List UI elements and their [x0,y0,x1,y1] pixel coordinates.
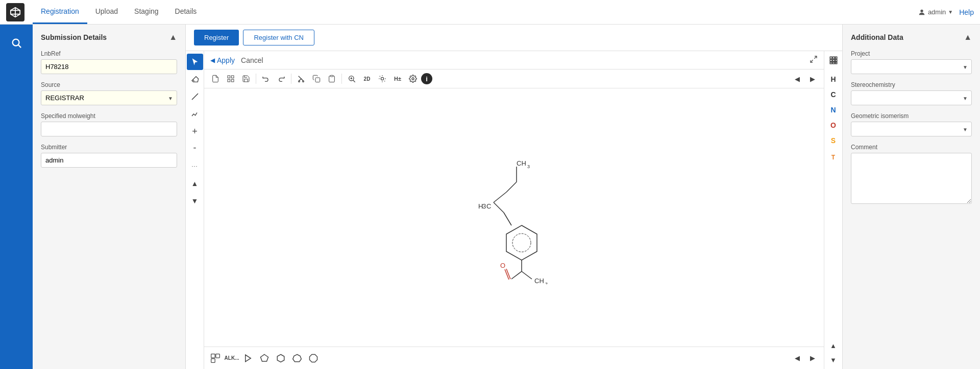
bond-tool-button[interactable] [187,88,203,105]
up-tool-button[interactable]: ▲ [187,175,203,192]
save-button[interactable] [239,72,253,86]
register-cn-button[interactable]: Register with CN [243,30,314,45]
fragment-select-button[interactable] [208,351,223,365]
top-nav: Registration Upload Staging Details admi… [0,0,980,25]
bottom-prev-button[interactable]: ◀ [790,351,804,365]
bottom-nav-arrows: ◀ ▶ [790,351,820,365]
2d-cleanup-button[interactable]: 2D [360,72,374,86]
cancel-button[interactable]: Cancel [241,56,263,64]
atom-charge-button[interactable]: H± [390,72,405,86]
source-select[interactable]: REGISTRAR [41,90,177,105]
subtract-tool-button[interactable]: - [187,141,203,157]
atom-grid-button[interactable] [826,53,841,67]
svg-rect-71 [835,62,837,64]
octagon-button[interactable] [306,351,321,365]
toolbar-prev-button[interactable]: ◀ [790,72,804,86]
molweight-group: Specified molweight [41,112,177,136]
lnb-ref-label: LnbRef [41,50,177,57]
svg-marker-43 [506,225,537,260]
atom-H-button[interactable]: H [825,72,842,86]
right-prev-button[interactable]: ▲ [826,338,841,353]
heptagon-button[interactable] [290,351,304,365]
toolbar-row: 2D H± i ◀ ▶ [204,70,824,88]
bottom-next-button[interactable]: ▶ [805,351,820,365]
molecule-structure: CH 3 H 3 C [427,151,601,284]
molecule-canvas[interactable]: CH 3 H 3 C [204,88,824,347]
atom-more-button[interactable]: T [825,150,842,165]
register-button[interactable]: Register [194,30,239,45]
user-menu[interactable]: admin ▼ [918,8,953,16]
svg-line-8 [192,94,198,100]
search-sidebar [0,25,33,369]
svg-rect-66 [830,60,832,62]
select-tool-button[interactable] [187,54,203,70]
down-tool-button[interactable]: ▼ [187,193,203,209]
tab-staging[interactable]: Staging [126,0,166,24]
svg-line-6 [18,45,21,48]
svg-text:O: O [500,262,505,269]
alk-chain-button[interactable]: ALK... [225,351,239,365]
geometric-isomerism-label: Geometric isomerism [851,112,972,120]
copy-button[interactable] [309,72,324,86]
info-button[interactable]: i [421,73,432,84]
lnb-ref-input[interactable] [41,59,177,74]
add-tool-button[interactable]: + [187,123,203,140]
svg-line-10 [811,60,813,62]
svg-rect-64 [832,57,835,59]
hexagon-button[interactable] [274,351,288,365]
atom-map-button[interactable] [375,72,389,86]
redo-button[interactable] [274,72,288,86]
svg-line-40 [506,182,517,192]
erase-tool-button[interactable] [187,71,203,87]
help-link[interactable]: Help [959,8,974,16]
comment-textarea[interactable] [851,153,972,204]
svg-line-17 [299,79,301,81]
template-button[interactable] [224,72,238,86]
geometric-isomerism-select[interactable] [851,122,972,136]
chain-tool-button[interactable] [187,106,203,122]
tab-upload[interactable]: Upload [87,0,126,24]
undo-button[interactable] [259,72,273,86]
right-panel: Additional Data ▲ Project ▼ Stereochemis… [842,25,980,369]
comment-group: Comment [851,144,972,205]
right-next-button[interactable]: ▼ [826,353,841,367]
svg-rect-14 [231,79,234,82]
svg-line-45 [504,213,511,225]
atom-O-button[interactable]: O [825,118,842,132]
submitter-input[interactable] [41,153,177,168]
submitter-group: Submitter [41,144,177,168]
project-select-wrapper: ▼ [851,59,972,74]
zoom-fit-button[interactable] [345,72,359,86]
molweight-input[interactable] [41,122,177,136]
svg-line-9 [814,56,817,59]
settings-button[interactable] [406,72,420,86]
right-panel-collapse-button[interactable]: ▲ [964,33,972,42]
apply-button[interactable]: ◀ Apply [210,56,235,64]
collapse-button[interactable]: ▲ [169,33,177,42]
atom-C-button[interactable]: C [825,87,842,102]
cut-button[interactable] [294,72,308,86]
more-tool-button[interactable]: ··· [187,158,203,174]
svg-text:3: 3 [527,164,530,169]
svg-rect-68 [835,60,837,62]
project-select[interactable] [851,59,972,74]
geometric-isomerism-group: Geometric isomerism ▼ [851,112,972,136]
lnb-ref-group: LnbRef [41,50,177,74]
fullscreen-button[interactable] [810,55,818,65]
pentagon-button[interactable] [257,351,272,365]
svg-rect-65 [835,57,837,59]
search-button[interactable] [6,33,27,53]
paste-button[interactable] [325,72,339,86]
main-area: Submission Details ▲ LnbRef Source REGIS… [0,25,980,369]
center-area: Register Register with CN + [186,25,842,369]
svg-text:3: 3 [482,202,486,210]
tab-details[interactable]: Details [167,0,205,24]
new-button[interactable] [208,72,223,86]
arrow-button[interactable] [241,351,255,365]
tab-registration[interactable]: Registration [33,0,87,24]
atom-S-button[interactable]: S [825,133,842,148]
svg-line-42 [494,202,504,213]
stereochemistry-select[interactable] [851,90,972,105]
toolbar-next-button[interactable]: ▶ [805,72,820,86]
atom-N-button[interactable]: N [825,103,842,117]
